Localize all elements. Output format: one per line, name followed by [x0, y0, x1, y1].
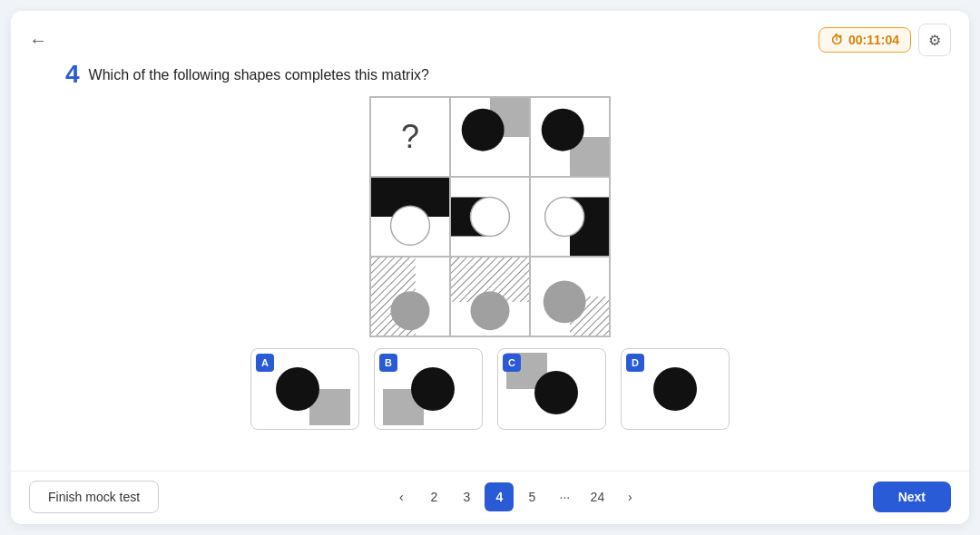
svg-point-24 — [534, 371, 578, 414]
next-button[interactable]: Next — [873, 482, 951, 512]
pagination-3[interactable]: 3 — [452, 482, 481, 511]
pagination-24[interactable]: 24 — [583, 482, 612, 511]
svg-point-18 — [544, 280, 586, 323]
pagination-ellipsis[interactable]: ··· — [550, 482, 579, 511]
option-b-label: B — [379, 354, 397, 372]
settings-icon: ⚙ — [928, 32, 941, 49]
matrix-cell-1-1: ? — [370, 97, 450, 177]
option-a[interactable]: A — [250, 348, 359, 430]
matrix-cell-2-2 — [450, 177, 530, 257]
pagination-prev[interactable]: ‹ — [387, 482, 416, 511]
question-mark: ? — [401, 118, 419, 156]
footer: Finish mock test ‹ 2 3 4 5 ··· 24 › Next — [11, 471, 969, 524]
pagination-next-arrow[interactable]: › — [615, 482, 644, 511]
option-b[interactable]: B — [374, 348, 483, 430]
matrix-cell-1-3 — [530, 97, 610, 177]
question-number: 4 — [65, 62, 80, 87]
svg-point-22 — [411, 367, 455, 411]
timer-value: 00:11:04 — [848, 33, 899, 47]
matrix-cell-3-1 — [370, 257, 450, 336]
svg-point-25 — [653, 367, 697, 411]
pagination-2[interactable]: 2 — [419, 482, 448, 511]
option-a-label: A — [256, 354, 274, 372]
back-button[interactable]: ← — [29, 30, 47, 51]
question-area: 4 Which of the following shapes complete… — [11, 62, 969, 92]
svg-point-12 — [391, 291, 430, 330]
timer-badge: ⏱ 00:11:04 — [818, 27, 911, 53]
matrix-grid: ? — [369, 96, 611, 337]
pagination-4[interactable]: 4 — [485, 482, 514, 511]
svg-point-15 — [471, 291, 510, 330]
matrix-cell-3-3 — [530, 257, 610, 336]
option-c[interactable]: C — [497, 348, 606, 430]
matrix-cell-3-2 — [450, 257, 530, 336]
svg-point-20 — [276, 367, 319, 411]
matrix-container: ? — [11, 96, 969, 337]
svg-point-1 — [462, 109, 505, 151]
finish-mock-test-button[interactable]: Finish mock test — [29, 481, 159, 513]
option-c-label: C — [503, 354, 521, 372]
matrix-cell-2-3 — [530, 177, 610, 257]
svg-point-9 — [545, 198, 584, 237]
main-container: ← ⏱ 00:11:04 ⚙ 4 Which of the following … — [11, 11, 969, 524]
pagination-5[interactable]: 5 — [517, 482, 546, 511]
option-d-label: D — [626, 354, 644, 372]
timer-area: ⏱ 00:11:04 ⚙ — [818, 24, 951, 56]
settings-button[interactable]: ⚙ — [918, 24, 951, 56]
timer-icon: ⏱ — [830, 33, 843, 47]
svg-point-7 — [471, 198, 510, 237]
svg-point-5 — [391, 206, 430, 245]
options-area: A B C D — [11, 345, 969, 437]
matrix-cell-1-2 — [450, 97, 530, 177]
option-d[interactable]: D — [621, 348, 730, 430]
svg-point-3 — [542, 109, 584, 151]
pagination: ‹ 2 3 4 5 ··· 24 › — [387, 482, 644, 511]
question-text: Which of the following shapes completes … — [89, 62, 429, 83]
header: ← ⏱ 00:11:04 ⚙ — [11, 11, 969, 62]
matrix-cell-2-1 — [370, 177, 450, 257]
